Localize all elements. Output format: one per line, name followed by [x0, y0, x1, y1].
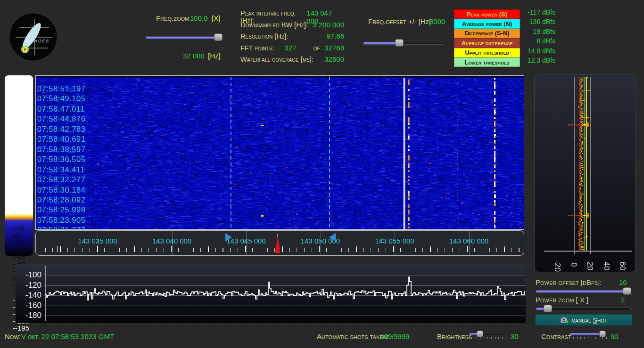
db-scale-label: --15	[13, 239, 25, 246]
freq-offset-value: -8000	[427, 17, 445, 25]
db-scale-label: --30	[13, 246, 25, 253]
freq-tick-label: 143 040 000	[146, 237, 198, 245]
frequency-scale[interactable]: 143 035 000 143 040 000 143 045 000 143 …	[35, 230, 524, 256]
power-zoom-slider[interactable]	[536, 305, 631, 312]
info-label: Waterfall coverage [ms]:	[240, 56, 314, 63]
power-offset-label: Power offset [dBfs]:	[536, 278, 602, 286]
info-label: FFT points:	[240, 44, 274, 52]
power-trace-canvas	[45, 265, 525, 322]
power-offset-slider[interactable]	[536, 287, 631, 295]
peak-frequency-marker	[274, 234, 281, 254]
power-axis-label: -100	[16, 270, 41, 280]
freq-zoom-label: Freq.zoom	[156, 14, 189, 22]
side-axis-label: -20	[553, 257, 562, 275]
contrast-value: 90	[611, 332, 619, 340]
legend-values: -117 dBfs -136 dBfs 19 dBfs 8 dBfs 14.9 …	[518, 8, 555, 66]
power-axis-label: -140	[16, 291, 41, 300]
power-zoom-label: Power zoom [ X ]	[536, 296, 588, 304]
freq-offset-label: Freq.offset +/- [Hz]	[368, 17, 431, 25]
average-power-value: -136 dBfs	[518, 18, 555, 27]
power-spectrum-plot[interactable]: -100 -120 -140 -160 -180	[16, 264, 526, 323]
freq-span-unit: [Hz]	[208, 52, 221, 60]
freq-zoom-value: 100.0	[190, 14, 208, 22]
lower-threshold-value: 12.3 dBfs	[518, 57, 555, 66]
legend-peak-power-button[interactable]: Peak power (S)	[454, 9, 520, 19]
info-value: 327	[285, 44, 297, 52]
trace-legend: Peak power (S) Average power (N) Differe…	[454, 9, 520, 67]
manual-shot-button[interactable]: manual Shot	[535, 314, 633, 326]
power-axis-label: -180	[16, 311, 41, 320]
brightness-value: 30	[511, 332, 519, 340]
db-scale-label: +15	[13, 225, 25, 232]
db-scale-label: --195	[13, 324, 29, 332]
freq-tick-label: 143 035 000	[72, 237, 124, 245]
side-axis-label: 0	[570, 255, 578, 274]
average-diff-value: 8 dBfs	[518, 37, 555, 47]
upper-threshold-value: 14.9 dBfs	[518, 47, 555, 57]
echoes-logo: ECHOES	[9, 13, 57, 61]
logo-text: ECHOES	[27, 39, 50, 43]
power-axis-label: -160	[16, 301, 41, 310]
power-zoom-value: 2	[621, 296, 625, 304]
waterfall-canvas[interactable]	[36, 76, 524, 229]
side-spectrum-canvas[interactable]	[535, 75, 635, 272]
side-axis-label: 40	[603, 257, 611, 275]
shot-range-left-arrow[interactable]	[225, 233, 232, 242]
side-spectrum-panel[interactable]	[534, 74, 636, 272]
legend-upper-threshold-button[interactable]: Upper threshold	[454, 48, 520, 57]
side-axis-label: 20	[586, 257, 594, 275]
now-value: V окт. 22 07:58:53 2023 GMT	[21, 332, 114, 340]
shots-taken-value: 109/9999	[380, 332, 410, 340]
info-value: 3 200 000	[313, 21, 344, 29]
info-value: 32600	[324, 55, 344, 63]
power-axis-label: -120	[16, 281, 41, 290]
info-value: 32768	[324, 44, 344, 52]
legend-lower-threshold-button[interactable]: Lower threshold	[454, 57, 520, 67]
db-scale-label: --45	[13, 253, 25, 260]
side-axis-label: 60	[619, 257, 627, 275]
power-offset-value: 16	[619, 278, 627, 286]
waterfall-display[interactable]: 07:58:51.197 07:58:49.105 07:58:47.011 0…	[35, 75, 524, 230]
legend-average-power-button[interactable]: Average power (N)	[454, 19, 520, 28]
peak-power-value: -117 dBfs	[518, 8, 555, 18]
shot-range-right-arrow[interactable]	[329, 233, 336, 242]
difference-value: 19 dBfs	[518, 28, 555, 37]
info-panel: Peak interval freq.[Hz]: 143 047 000 Dow…	[240, 9, 344, 67]
info-label: Downsampled BW [Hz]:	[240, 21, 308, 29]
freq-span-value: 32 000	[183, 52, 205, 60]
waterfall-timestamps: 07:58:51.197 07:58:49.105 07:58:47.011 0…	[37, 84, 85, 235]
contrast-label: Contrast	[541, 332, 571, 340]
info-of: of	[314, 44, 320, 52]
legend-difference-button[interactable]: Difference (S-N)	[454, 29, 520, 38]
freq-offset-slider[interactable]	[363, 39, 444, 47]
freq-zoom-slider[interactable]	[146, 33, 221, 41]
freq-tick-label: 143 050 000	[295, 237, 347, 245]
db-color-scale: +15 +0 --15 --30 --45 --60 --75 --90 --1…	[5, 75, 33, 256]
legend-average-diff-button[interactable]: Average difference	[454, 38, 520, 48]
info-label: Resolution [Hz]:	[240, 32, 288, 40]
freq-zoom-unit: [X]	[212, 14, 220, 22]
db-scale-label: +0	[13, 232, 21, 239]
echoes-main-window: ECHOES Freq.zoom 100.0 [X] 32 000 [Hz] P…	[0, 0, 644, 348]
freq-tick-label: 143 060 000	[443, 237, 495, 245]
brightness-label: Brightness	[437, 332, 472, 340]
now-label: Now:	[5, 332, 21, 340]
freq-tick-label: 143 055 000	[369, 237, 421, 245]
info-value: 97.66	[326, 32, 344, 40]
shots-taken-label: Automatic shots taken:	[317, 332, 389, 340]
camera-icon	[561, 317, 569, 324]
